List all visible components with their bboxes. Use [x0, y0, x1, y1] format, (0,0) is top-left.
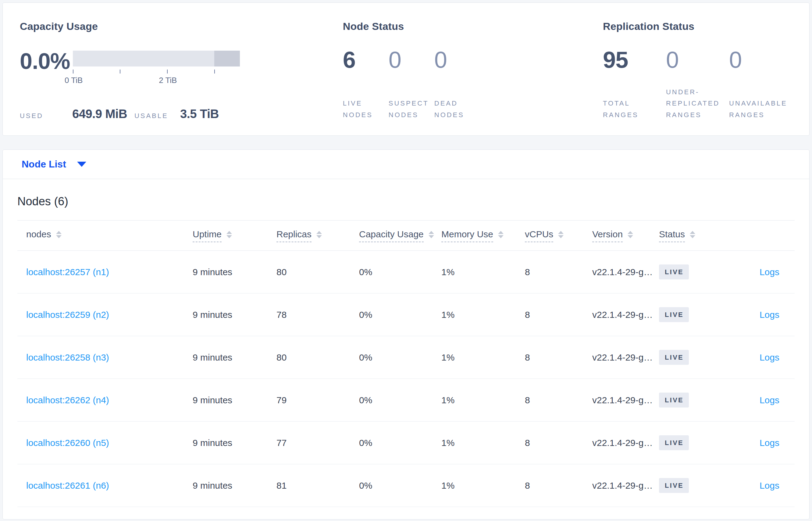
cell-logs: Logs	[731, 438, 795, 448]
sort-icon	[56, 231, 62, 238]
node-list-card: Node List Nodes (6) nodesUptimeReplicasC…	[2, 150, 810, 519]
replication-status-title: Replication Status	[603, 20, 792, 32]
cell-capacity: 0%	[359, 352, 441, 363]
cell-vcpus: 8	[525, 352, 592, 363]
cell-capacity: 0%	[359, 438, 441, 448]
cell-status: LIVE	[659, 478, 731, 493]
status-badge: LIVE	[659, 265, 689, 279]
cell-node: localhost:26257 (n1)	[26, 267, 193, 277]
cell-status: LIVE	[659, 392, 731, 408]
column-header-capacity-usage[interactable]: Capacity Usage	[359, 229, 441, 242]
stat-label: UNAVAILABLE RANGES	[729, 98, 792, 121]
stat: 0DEAD NODES	[434, 48, 480, 121]
usable-label: USABLE	[135, 112, 180, 120]
column-header-status[interactable]: Status	[659, 229, 731, 242]
column-header-replicas[interactable]: Replicas	[277, 229, 359, 242]
column-header-label: Replicas	[277, 229, 311, 242]
status-badge: LIVE	[659, 435, 689, 450]
column-header-version[interactable]: Version	[592, 229, 659, 242]
capacity-gauge-track	[73, 51, 240, 67]
stat-value: 0	[666, 48, 729, 71]
status-badge: LIVE	[659, 478, 689, 493]
cell-uptime: 9 minutes	[193, 352, 277, 363]
cell-replicas: 79	[277, 395, 359, 405]
column-header-nodes[interactable]: nodes	[26, 229, 193, 242]
cell-capacity: 0%	[359, 267, 441, 277]
usable-value: 3.5 TiB	[180, 107, 219, 121]
node-link[interactable]: localhost:26259 (n2)	[26, 310, 109, 320]
capacity-gauge-row: 0.0% 0 TiB 2 TiB	[20, 50, 343, 73]
node-link[interactable]: localhost:26262 (n4)	[26, 395, 109, 405]
cell-version: v22.1.4-29-g…	[592, 310, 659, 320]
cell-version: v22.1.4-29-g…	[592, 352, 659, 363]
nodes-table-area: Nodes (6) nodesUptimeReplicasCapacity Us…	[3, 179, 809, 519]
capacity-gauge: 0 TiB 2 TiB	[73, 51, 240, 73]
cell-node: localhost:26258 (n3)	[26, 352, 193, 363]
node-list-dropdown-label: Node List	[22, 159, 66, 170]
column-header-uptime[interactable]: Uptime	[193, 229, 277, 242]
capacity-usage-panel: Capacity Usage 0.0% 0 TiB 2 TiB USED 649…	[20, 20, 343, 121]
cell-logs: Logs	[731, 480, 795, 491]
nodes-table-header-row: nodesUptimeReplicasCapacity UsageMemory …	[17, 221, 795, 251]
cell-logs: Logs	[731, 352, 795, 363]
cell-replicas: 80	[277, 267, 359, 277]
logs-link[interactable]: Logs	[760, 267, 780, 277]
cell-memory: 1%	[441, 352, 525, 363]
status-badge: LIVE	[659, 307, 689, 322]
stat-label: TOTAL RANGES	[603, 98, 666, 121]
node-link[interactable]: localhost:26260 (n5)	[26, 438, 109, 448]
cell-memory: 1%	[441, 438, 525, 448]
stat: 0UNDER- REPLICATED RANGES	[666, 48, 729, 121]
sort-icon	[628, 231, 633, 238]
stat-value: 0	[729, 48, 792, 71]
nodes-table-body: localhost:26257 (n1)9 minutes800%1%8v22.…	[17, 251, 795, 507]
node-link[interactable]: localhost:26258 (n3)	[26, 352, 109, 362]
used-value: 649.9 MiB	[72, 107, 135, 121]
logs-link[interactable]: Logs	[760, 480, 780, 491]
gauge-tick	[73, 70, 73, 73]
cell-uptime: 9 minutes	[193, 267, 277, 277]
cell-capacity: 0%	[359, 395, 441, 405]
cell-memory: 1%	[441, 395, 525, 405]
column-header-label: Uptime	[193, 229, 222, 242]
node-link[interactable]: localhost:26261 (n6)	[26, 480, 109, 491]
cell-vcpus: 8	[525, 310, 592, 320]
stat-value: 6	[343, 48, 389, 71]
column-header-label: Status	[659, 229, 685, 242]
stat-label: SUSPECT NODES	[389, 98, 434, 121]
cell-uptime: 9 minutes	[193, 395, 277, 405]
sort-icon	[558, 231, 564, 238]
column-header-label: Memory Use	[441, 229, 493, 242]
nodes-table-heading: Nodes (6)	[17, 179, 795, 221]
cell-logs: Logs	[731, 310, 795, 320]
table-row: localhost:26260 (n5)9 minutes770%1%8v22.…	[17, 422, 795, 464]
cell-replicas: 77	[277, 438, 359, 448]
logs-link[interactable]: Logs	[760, 310, 780, 320]
cell-logs: Logs	[731, 395, 795, 405]
cell-uptime: 9 minutes	[193, 438, 277, 448]
replication-status-stats: 95TOTAL RANGES0UNDER- REPLICATED RANGES0…	[603, 48, 792, 121]
cell-node: localhost:26259 (n2)	[26, 310, 193, 320]
cell-uptime: 9 minutes	[193, 480, 277, 491]
gauge-tick-label: 2 TiB	[159, 76, 177, 85]
cell-capacity: 0%	[359, 480, 441, 491]
cell-node: localhost:26261 (n6)	[26, 480, 193, 491]
column-header-label: vCPUs	[525, 229, 553, 242]
column-header-vcpus[interactable]: vCPUs	[525, 229, 592, 242]
cell-version: v22.1.4-29-g…	[592, 395, 659, 405]
cell-status: LIVE	[659, 350, 731, 365]
node-status-stats: 6LIVE NODES0SUSPECT NODES0DEAD NODES	[343, 48, 603, 121]
node-link[interactable]: localhost:26257 (n1)	[26, 267, 109, 277]
stat-value: 95	[603, 48, 666, 71]
node-status-panel: Node Status 6LIVE NODES0SUSPECT NODES0DE…	[343, 20, 603, 121]
cell-status: LIVE	[659, 435, 731, 450]
cell-capacity: 0%	[359, 310, 441, 320]
stat-value: 0	[434, 48, 480, 71]
logs-link[interactable]: Logs	[760, 352, 780, 362]
logs-link[interactable]: Logs	[760, 438, 780, 448]
column-header-memory-use[interactable]: Memory Use	[441, 229, 525, 242]
column-header-label: Version	[592, 229, 623, 242]
node-list-dropdown[interactable]: Node List	[22, 159, 86, 170]
logs-link[interactable]: Logs	[760, 395, 780, 405]
cell-version: v22.1.4-29-g…	[592, 480, 659, 491]
